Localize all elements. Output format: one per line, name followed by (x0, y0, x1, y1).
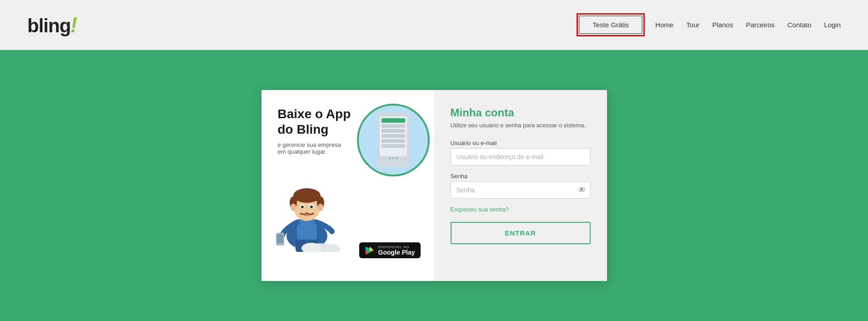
gplay-text: DISPONÍVEL NO Google Play (378, 245, 415, 256)
phone-dots (389, 157, 397, 159)
username-group: Usuário ou e-mail (451, 140, 591, 166)
app-title: Baixe o App do Bling (278, 106, 418, 137)
phone-dot-1 (389, 157, 391, 159)
svg-rect-7 (293, 196, 321, 201)
nav-planos[interactable]: Planos (712, 21, 733, 29)
username-input[interactable] (451, 148, 591, 166)
phone-dot-2 (392, 157, 394, 159)
svg-point-11 (318, 204, 323, 211)
password-wrapper: 👁 (451, 181, 591, 199)
logo-main-text: bling (27, 15, 70, 36)
toggle-password-icon[interactable]: 👁 (578, 186, 586, 195)
svg-marker-24 (370, 246, 374, 251)
google-play-badge[interactable]: DISPONÍVEL NO Google Play (359, 242, 421, 258)
google-play-icon (365, 246, 375, 256)
nav-tour[interactable]: Tour (686, 21, 699, 29)
logo: bling! (27, 12, 77, 37)
svg-point-14 (301, 206, 304, 208)
password-input[interactable] (451, 181, 591, 199)
main-section: Baixe o App do Bling e gerencie sua empr… (0, 50, 868, 321)
nav-home[interactable]: Home (655, 21, 673, 29)
nav-login[interactable]: Login (824, 21, 841, 29)
person-svg (271, 152, 343, 252)
left-panel: Baixe o App do Bling e gerencie sua empr… (261, 90, 434, 281)
svg-rect-17 (277, 234, 283, 243)
person-illustration (271, 152, 343, 254)
minha-conta-subtitle: Utilize seu usuário e senha para acessar… (451, 122, 591, 129)
svg-point-10 (291, 204, 296, 211)
nav: Teste Grátis Home Tour Planos Parceiros … (579, 15, 841, 34)
minha-conta-title: Minha conta (451, 106, 591, 119)
nav-contato[interactable]: Contato (788, 21, 812, 29)
svg-point-15 (310, 206, 313, 208)
forgot-password-link[interactable]: Esqueceu sua senha? (451, 206, 591, 213)
logo-area: bling! (27, 12, 579, 37)
login-card: Baixe o App do Bling e gerencie sua empr… (261, 90, 607, 281)
gplay-big-text: Google Play (378, 249, 415, 256)
phone-dot-3 (396, 157, 397, 159)
entrar-button[interactable]: ENTRAR (451, 222, 591, 244)
password-label: Senha (451, 173, 591, 180)
right-panel: Minha conta Utilize seu usuário e senha … (434, 90, 607, 281)
teste-gratis-button[interactable]: Teste Grátis (579, 15, 642, 34)
nav-parceiros[interactable]: Parceiros (746, 21, 774, 29)
header: bling! Teste Grátis Home Tour Planos Par… (0, 0, 868, 50)
password-group: Senha 👁 (451, 173, 591, 199)
svg-rect-4 (297, 219, 317, 240)
username-label: Usuário ou e-mail (451, 140, 591, 146)
